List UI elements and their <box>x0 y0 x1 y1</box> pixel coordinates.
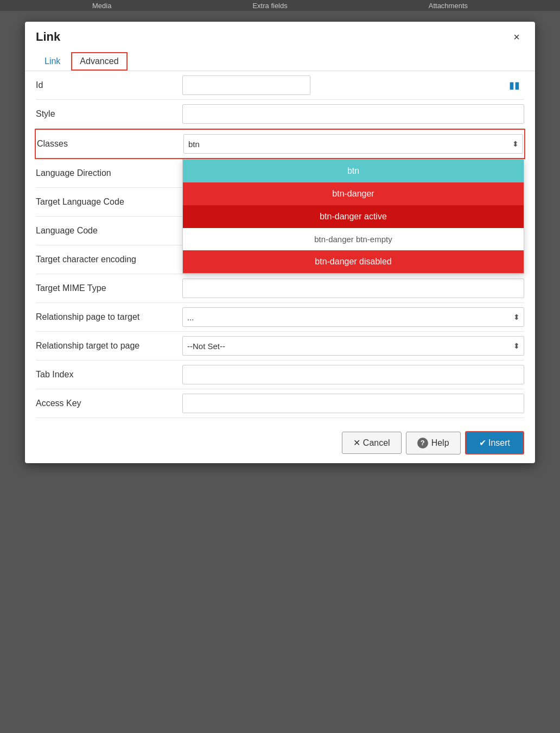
id-input[interactable] <box>182 75 310 95</box>
label-target-char-encoding: Target character encoding <box>36 254 182 266</box>
topbar-media: Media <box>92 2 111 10</box>
field-row-classes: Classes btn btn-danger btn-danger active… <box>35 129 525 159</box>
label-access-key: Access Key <box>36 398 182 409</box>
help-icon: ? <box>417 438 428 448</box>
chart-icon: ▮▮ <box>509 79 520 91</box>
close-button[interactable]: × <box>509 29 524 45</box>
dialog-overlay: Media Extra fields Attachments Link × Li… <box>0 0 560 733</box>
dropdown-option-btn-danger[interactable]: btn-danger <box>183 182 524 205</box>
label-language-code: Language Code <box>36 225 182 237</box>
label-style: Style <box>36 109 182 120</box>
form-area: Id ▮▮ Style Classes btn btn-d <box>25 71 535 418</box>
rel-target-to-page-select[interactable]: --Not Set-- <box>182 336 524 356</box>
tab-index-input[interactable] <box>182 365 524 384</box>
dropdown-option-btn-danger-disabled[interactable]: btn-danger disabled <box>183 250 524 273</box>
cancel-button[interactable]: ✕ Cancel <box>342 432 401 454</box>
field-row-access-key: Access Key <box>36 389 524 418</box>
label-target-language-code: Target Language Code <box>36 197 182 208</box>
label-classes: Classes <box>37 138 183 150</box>
access-key-input[interactable] <box>182 394 524 413</box>
label-id: Id <box>36 80 182 91</box>
dialog-title: Link <box>36 30 60 44</box>
help-label: Help <box>431 438 449 448</box>
topbar-extra: Extra fields <box>252 2 287 10</box>
dropdown-option-btn[interactable]: btn <box>183 160 524 182</box>
dialog-header: Link × <box>25 22 535 45</box>
label-target-mime: Target MIME Type <box>36 283 182 294</box>
field-row-rel-target-to-page: Relationship target to page --Not Set-- … <box>36 332 524 361</box>
style-input[interactable] <box>182 104 524 124</box>
topbar-attachments: Attachments <box>429 2 468 10</box>
field-row-id: Id ▮▮ <box>36 71 524 100</box>
classes-dropdown: btn btn-danger btn-danger active btn-dan… <box>182 159 524 274</box>
insert-button[interactable]: ✔ Insert <box>465 431 524 454</box>
label-tab-index: Tab Index <box>36 369 182 381</box>
tab-bar: Link Advanced <box>25 47 535 71</box>
label-rel-target-to-page: Relationship target to page <box>36 340 182 352</box>
field-row-rel-page-to-target: Relationship page to target ... ⬍ <box>36 303 524 332</box>
classes-select-wrapper: btn btn-danger btn-danger active btn-dan… <box>183 134 523 154</box>
link-dialog: Link × Link Advanced Id ▮▮ Style <box>25 22 535 463</box>
label-language-direction: Language Direction <box>36 168 182 179</box>
tab-advanced[interactable]: Advanced <box>71 52 127 71</box>
rel-page-to-target-select[interactable]: ... <box>182 307 524 327</box>
label-rel-page-to-target: Relationship page to target <box>36 312 182 323</box>
dropdown-option-btn-danger-empty[interactable]: btn-danger btn-empty <box>183 228 524 250</box>
dialog-footer: ✕ Cancel ? Help ✔ Insert <box>25 422 535 463</box>
classes-select[interactable]: btn btn-danger btn-danger active btn-dan… <box>183 134 523 154</box>
field-row-target-mime: Target MIME Type <box>36 274 524 303</box>
rel-page-to-target-wrapper: ... ⬍ <box>182 307 524 327</box>
target-mime-input[interactable] <box>182 279 524 298</box>
dropdown-option-btn-danger-active[interactable]: btn-danger active <box>183 205 524 228</box>
tab-link[interactable]: Link <box>36 52 69 71</box>
help-button[interactable]: ? Help <box>406 432 461 454</box>
id-input-wrapper: ▮▮ <box>182 75 524 95</box>
classes-row-wrapper: Classes btn btn-danger btn-danger active… <box>36 129 524 159</box>
field-row-tab-index: Tab Index <box>36 361 524 389</box>
rel-target-to-page-wrapper: --Not Set-- ⬍ <box>182 336 524 356</box>
field-row-style: Style <box>36 100 524 129</box>
